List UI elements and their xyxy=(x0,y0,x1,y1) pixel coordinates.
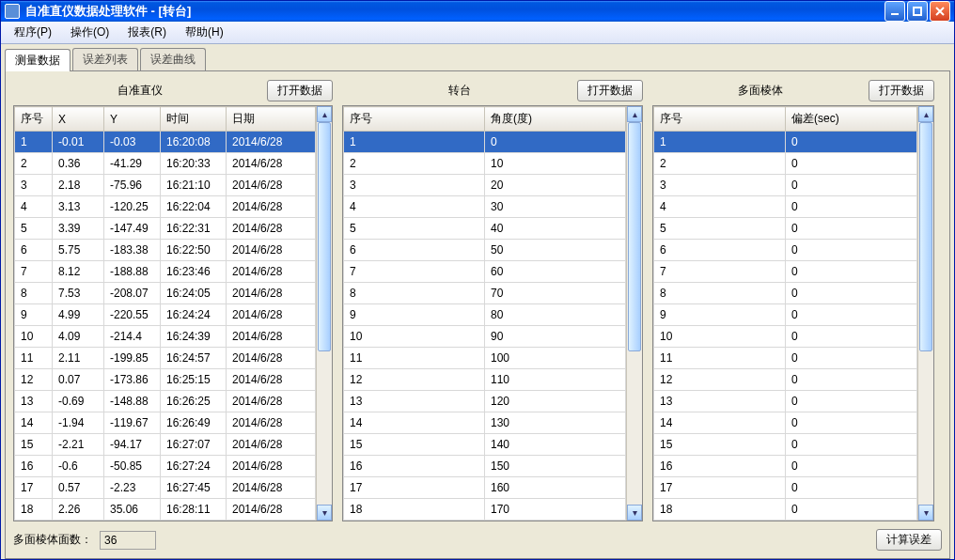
table-row[interactable]: 110 xyxy=(654,348,917,369)
scroll-up-icon[interactable]: ▴ xyxy=(627,106,642,122)
scroll-thumb[interactable] xyxy=(919,122,932,351)
open-data-button[interactable]: 打开数据 xyxy=(577,80,643,101)
panel-head: 多面棱体 打开数据 xyxy=(652,79,934,101)
table-row[interactable]: 1090 xyxy=(344,326,626,348)
table-row[interactable]: 150 xyxy=(654,434,917,456)
table-row[interactable]: 170.57-2.2316:27:452014/6/28 xyxy=(15,477,316,499)
table-row[interactable]: 104.09-214.416:24:392014/6/28 xyxy=(15,326,316,348)
table-row[interactable]: 980 xyxy=(344,304,626,326)
table-row[interactable]: 50 xyxy=(654,218,917,240)
table-row[interactable]: 11100 xyxy=(344,348,626,369)
table-scroll: 序号 偏差(sec) 10203040506070809010011012013… xyxy=(653,106,917,521)
scroll-up-icon[interactable]: ▴ xyxy=(918,106,933,122)
table-cell: 4 xyxy=(344,196,485,218)
table-row[interactable]: 90 xyxy=(654,304,917,326)
table-row[interactable]: 112.11-199.8516:24:572014/6/28 xyxy=(15,348,316,369)
menu-report[interactable]: 报表(R) xyxy=(118,22,176,43)
table-row[interactable]: 100 xyxy=(654,326,917,348)
scroll-up-icon[interactable]: ▴ xyxy=(317,106,332,122)
table-row[interactable]: 30 xyxy=(654,175,917,196)
scroll-down-icon[interactable]: ▾ xyxy=(317,505,332,521)
scroll-track[interactable] xyxy=(627,122,642,505)
table-row[interactable]: 13120 xyxy=(344,391,626,412)
table-row[interactable]: 540 xyxy=(344,218,626,240)
table-row[interactable]: 18170 xyxy=(344,499,626,521)
col-time[interactable]: 时间 xyxy=(161,107,227,132)
calculate-error-button[interactable]: 计算误差 xyxy=(876,529,942,551)
table-row[interactable]: 182.2635.0616:28:112014/6/28 xyxy=(15,499,316,521)
table-row[interactable]: 210 xyxy=(344,153,626,175)
polygon-faces-input[interactable] xyxy=(100,531,156,550)
col-x[interactable]: X xyxy=(53,107,104,132)
table-row[interactable]: 430 xyxy=(344,196,626,218)
table-row[interactable]: 32.18-75.9616:21:102014/6/28 xyxy=(15,175,316,196)
table-cell: 2014/6/28 xyxy=(227,196,316,218)
table-row[interactable]: 120.07-173.8616:25:152014/6/28 xyxy=(15,369,316,391)
table-row[interactable]: 40 xyxy=(654,196,917,218)
table-row[interactable]: 870 xyxy=(344,283,626,304)
table-row[interactable]: 17160 xyxy=(344,477,626,499)
menu-help[interactable]: 帮助(H) xyxy=(176,22,233,43)
table-row[interactable]: 80 xyxy=(654,283,917,304)
scrollbar[interactable]: ▴ ▾ xyxy=(626,106,642,521)
scroll-down-icon[interactable]: ▾ xyxy=(627,505,642,521)
scrollbar[interactable]: ▴ ▾ xyxy=(316,106,332,521)
table-row[interactable]: 10 xyxy=(344,132,626,153)
col-deviation[interactable]: 偏差(sec) xyxy=(786,107,917,132)
table-row[interactable]: 10 xyxy=(654,132,917,153)
table-row[interactable]: 320 xyxy=(344,175,626,196)
table-row[interactable]: 70 xyxy=(654,261,917,283)
close-button[interactable] xyxy=(930,1,950,22)
table-row[interactable]: 120 xyxy=(654,369,917,391)
table-row[interactable]: 15140 xyxy=(344,434,626,456)
menu-program[interactable]: 程序(P) xyxy=(5,22,61,43)
table-row[interactable]: 14-1.94-119.6716:26:492014/6/28 xyxy=(15,412,316,434)
col-id[interactable]: 序号 xyxy=(654,107,786,132)
table-row[interactable]: 60 xyxy=(654,240,917,261)
table-row[interactable]: 140 xyxy=(654,412,917,434)
table-row[interactable]: 53.39-147.4916:22:312014/6/28 xyxy=(15,218,316,240)
open-data-button[interactable]: 打开数据 xyxy=(869,80,934,101)
table-row[interactable]: 20 xyxy=(654,153,917,175)
table-row[interactable]: 20.36-41.2916:20:332014/6/28 xyxy=(15,153,316,175)
menu-operation[interactable]: 操作(O) xyxy=(61,22,118,43)
table-row[interactable]: 180 xyxy=(654,499,917,521)
tab-error-list[interactable]: 误差列表 xyxy=(72,48,138,70)
table-row[interactable]: 15-2.21-94.1716:27:072014/6/28 xyxy=(15,434,316,456)
maximize-button[interactable] xyxy=(907,1,928,22)
autocollimator-table: 序号 X Y 时间 日期 1-0.01-0.0316:20:082014/6/2… xyxy=(14,106,316,521)
table-cell: 16:20:08 xyxy=(161,132,227,153)
tab-error-curve[interactable]: 误差曲线 xyxy=(140,48,206,70)
open-data-button[interactable]: 打开数据 xyxy=(267,80,333,101)
scroll-thumb[interactable] xyxy=(318,122,331,351)
table-row[interactable]: 130 xyxy=(654,391,917,412)
table-row[interactable]: 170 xyxy=(654,477,917,499)
table-row[interactable]: 43.13-120.2516:22:042014/6/28 xyxy=(15,196,316,218)
col-id[interactable]: 序号 xyxy=(344,107,485,132)
table-row[interactable]: 94.99-220.5516:24:242014/6/28 xyxy=(15,304,316,326)
table-row[interactable]: 12110 xyxy=(344,369,626,391)
scroll-down-icon[interactable]: ▾ xyxy=(918,505,933,521)
table-row[interactable]: 13-0.69-148.8816:26:252014/6/28 xyxy=(15,391,316,412)
scrollbar[interactable]: ▴ ▾ xyxy=(917,106,933,521)
tab-measurement-data[interactable]: 测量数据 xyxy=(5,49,70,71)
col-angle[interactable]: 角度(度) xyxy=(485,107,626,132)
table-row[interactable]: 160 xyxy=(654,456,917,477)
table-row[interactable]: 16-0.6-50.8516:27:242014/6/28 xyxy=(15,456,316,477)
minimize-button[interactable] xyxy=(885,1,905,22)
col-date[interactable]: 日期 xyxy=(227,107,316,132)
table-row[interactable]: 14130 xyxy=(344,412,626,434)
table-row[interactable]: 87.53-208.0716:24:052014/6/28 xyxy=(15,283,316,304)
table-row[interactable]: 16150 xyxy=(344,456,626,477)
titlebar: 自准直仪数据处理软件 - [转台] xyxy=(1,1,954,22)
table-row[interactable]: 65.75-183.3816:22:502014/6/28 xyxy=(15,240,316,261)
table-row[interactable]: 1-0.01-0.0316:20:082014/6/28 xyxy=(15,132,316,153)
col-y[interactable]: Y xyxy=(104,107,161,132)
table-row[interactable]: 78.12-188.8816:23:462014/6/28 xyxy=(15,261,316,283)
scroll-track[interactable] xyxy=(918,122,933,505)
table-row[interactable]: 760 xyxy=(344,261,626,283)
scroll-thumb[interactable] xyxy=(628,122,641,351)
table-row[interactable]: 650 xyxy=(344,240,626,261)
scroll-track[interactable] xyxy=(317,122,332,505)
col-id[interactable]: 序号 xyxy=(15,107,53,132)
